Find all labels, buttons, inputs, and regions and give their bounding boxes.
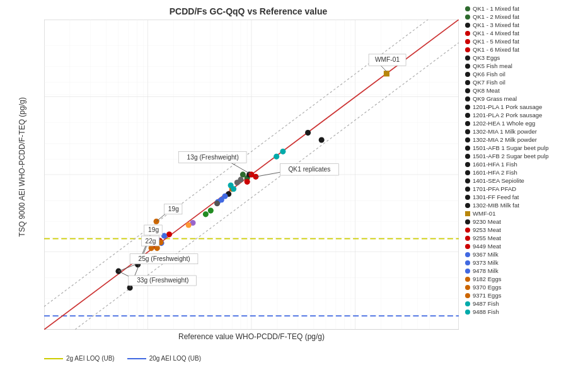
m9255 — [166, 231, 172, 237]
loq-20g-line — [127, 358, 146, 359]
legend-item-label: 1302-MIA 2 Milk powder — [473, 136, 537, 143]
legend-item-label: 1302-MIB Milk fat — [473, 202, 519, 209]
svg-text:WMF-01: WMF-01 — [375, 56, 400, 63]
legend-item: QK9 Grass meal — [465, 95, 585, 102]
legend-item: 9367 Milk — [465, 251, 585, 258]
legend-item: 1301-FF Feed fat — [465, 194, 585, 200]
legend-item-label: QK1 - 1 Mixed fat — [473, 5, 519, 12]
m9488 — [274, 154, 279, 159]
svg-text:33g (Freshweight): 33g (Freshweight) — [137, 277, 188, 284]
legend-item: 9449 Meat — [465, 243, 585, 250]
legend-item: QK1 - 6 Mixed fat — [465, 46, 585, 53]
legend-item-label: 1301-FF Feed fat — [473, 194, 519, 200]
svg-text:QK1 replicates: QK1 replicates — [288, 166, 330, 173]
legend-item: 1401-SEA Sepiolite — [465, 177, 585, 184]
svg-text:19g: 19g — [148, 226, 159, 233]
qk7 — [319, 137, 325, 142]
legend-item: QK5 Fish meal — [465, 62, 585, 69]
qk1-6 — [253, 174, 258, 180]
svg-text:22g: 22g — [146, 238, 156, 245]
legend-item-label: QK1 - 2 Mixed fat — [473, 13, 519, 20]
svg-text:25g (Freshweight): 25g (Freshweight) — [138, 255, 190, 262]
legend-item-label: 9230 Meat — [473, 218, 501, 225]
legend-item: 9182 Eggs — [465, 275, 585, 282]
qk1-2 — [240, 171, 246, 177]
pla2 — [234, 180, 240, 185]
m9487 — [280, 149, 285, 154]
legend-item: 9253 Meat — [465, 226, 585, 233]
legend-item-label: QK7 Fish oil — [473, 79, 505, 86]
legend-item: 9371 Eggs — [465, 292, 585, 299]
legend-item: 1701-PFA PFAD — [465, 185, 585, 192]
hfa2 — [228, 182, 234, 188]
legend-item: 9478 Milk — [465, 267, 585, 274]
svg-text:13g (Freshweight): 13g (Freshweight) — [187, 154, 239, 161]
mib — [219, 197, 224, 202]
legend-item: QK8 Meat — [465, 87, 585, 94]
legend-item: 1201-PLA 2 Pork sausage — [465, 112, 585, 119]
legend-item: QK3 Eggs — [465, 54, 585, 61]
legend-item: QK6 Fish oil — [465, 71, 585, 78]
loq-2g-line — [44, 358, 63, 359]
legend-item-label: QK3 Eggs — [473, 54, 500, 61]
chart-container: TSQ 9000 AEI WHO-PCDD/F-TEQ (pg/g) PCDD/… — [0, 0, 588, 365]
legend-item-label: 9371 Eggs — [473, 292, 501, 299]
legend-item: 1302-MIA 1 Milk powder — [465, 128, 585, 135]
legend-item-label: 1601-HFA 2 Fish — [473, 169, 517, 176]
svg-text:19g: 19g — [168, 206, 179, 212]
chart-title: PCDD/Fs GC-QqQ vs Reference value — [44, 6, 459, 16]
bottom-legend: 2g AEI LOQ (UB) 20g AEI LOQ (UB) — [44, 355, 201, 362]
legend-item-label: QK9 Grass meal — [473, 95, 517, 102]
legend-item: 1601-HFA 2 Fish — [465, 169, 585, 176]
plot-svg: 0.01 0.10 1.00 10.00 0.01 0.10 1.00 10.0… — [44, 20, 459, 330]
legend-item: 9488 Fish — [465, 308, 585, 315]
legend-item: QK1 - 2 Mixed fat — [465, 13, 585, 20]
legend-item-label: QK5 Fish meal — [473, 62, 512, 69]
legend-item-label: 9182 Eggs — [473, 275, 501, 282]
legend-item: 1201-PLA 1 Pork sausage — [465, 103, 585, 110]
legend-item-label: 9253 Meat — [473, 226, 501, 233]
afb2 — [208, 208, 214, 214]
legend-item-label: 9370 Eggs — [473, 284, 501, 291]
legend-item-label: 9367 Milk — [473, 251, 499, 258]
loq-2g-legend: 2g AEI LOQ (UB) — [44, 355, 115, 362]
legend-item: QK1 - 4 Mixed fat — [465, 30, 585, 37]
loq-20g-label: 20g AEI LOQ (UB) — [149, 355, 201, 362]
legend-item-label: QK8 Meat — [473, 87, 500, 94]
legend-item-label: 1201-PLA 2 Pork sausage — [473, 112, 542, 119]
legend-item-label: 9478 Milk — [473, 267, 499, 274]
legend-item-label: 1501-AFB 2 Sugar beet pulp — [473, 153, 548, 159]
legend-item-label: 9487 Fish — [473, 300, 499, 307]
chart-area: PCDD/Fs GC-QqQ vs Reference value — [0, 0, 462, 365]
loq-20g-legend: 20g AEI LOQ (UB) — [127, 355, 201, 362]
legend-item: QK7 Fish oil — [465, 79, 585, 86]
legend-item: 9230 Meat — [465, 218, 585, 225]
plot-wrapper: 0.01 0.10 1.00 10.00 0.01 0.10 1.00 10.0… — [44, 20, 459, 330]
legend-item: QK1 - 3 Mixed fat — [465, 21, 585, 28]
legend-item-label: QK1 - 4 Mixed fat — [473, 30, 519, 37]
legend-item-label: QK6 Fish oil — [473, 71, 505, 78]
legend-item: 1501-AFB 1 Sugar beet pulp — [465, 144, 585, 151]
y-axis-label-container: TSQ 9000 AEI WHO-PCDD/F-TEQ (pg/g) — [0, 0, 44, 333]
legend-item-label: WMF-01 — [473, 210, 495, 217]
legend-item-label: QK1 - 3 Mixed fat — [473, 21, 519, 28]
legend-item-label: QK1 - 5 Mixed fat — [473, 38, 519, 45]
qk6 — [305, 130, 311, 136]
wmf01-point — [384, 71, 389, 76]
legend-item-label: QK1 - 6 Mixed fat — [473, 46, 519, 53]
legend-item: 9373 Milk — [465, 259, 585, 266]
pfa — [186, 222, 192, 228]
legend-item-label: 9373 Milk — [473, 259, 499, 266]
legend-item-label: 1701-PFA PFAD — [473, 185, 516, 192]
legend-item: 1302-MIA 2 Milk powder — [465, 136, 585, 143]
legend-item-label: 1302-MIA 1 Milk powder — [473, 128, 537, 135]
legend-item-label: 1201-PLA 1 Pork sausage — [473, 103, 542, 110]
legend-item-label: 9488 Fish — [473, 308, 499, 315]
afb1 — [203, 211, 209, 217]
legend-item-label: 1202-HEA 1 Whole egg — [473, 120, 535, 127]
legend-item: 1501-AFB 2 Sugar beet pulp — [465, 153, 585, 159]
legend-item: QK1 - 5 Mixed fat — [465, 38, 585, 45]
x-axis-label: Reference value WHO-PCDD/F-TEQ (pg/g) — [44, 332, 459, 341]
y-axis-label: TSQ 9000 AEI WHO-PCDD/F-TEQ (pg/g) — [18, 97, 26, 236]
legend-item-label: 1501-AFB 1 Sugar beet pulp — [473, 144, 548, 151]
